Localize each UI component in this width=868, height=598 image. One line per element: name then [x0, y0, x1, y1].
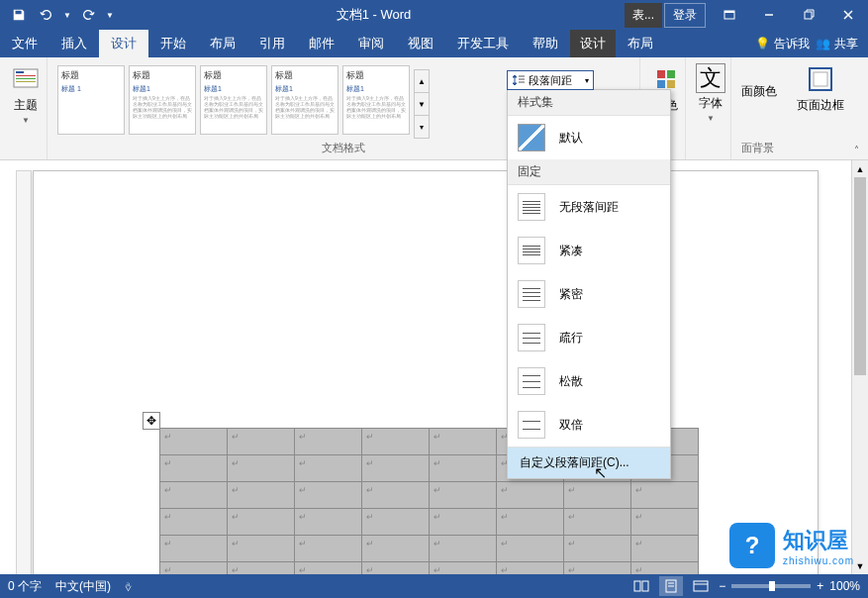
zoom-level[interactable]: 100%: [829, 579, 860, 593]
table-cell[interactable]: [362, 509, 430, 536]
table-cell[interactable]: [497, 562, 564, 575]
style-thumb[interactable]: 标题 标题 1: [57, 65, 125, 135]
dd-item-tight[interactable]: 紧密: [508, 272, 670, 316]
status-language[interactable]: 中文(中国): [55, 578, 111, 595]
gallery-scroll-up[interactable]: ▲: [415, 70, 429, 93]
table-cell[interactable]: [295, 562, 362, 575]
tab-home[interactable]: 开始: [148, 30, 198, 57]
zoom-out-button[interactable]: −: [719, 579, 725, 593]
table-cell[interactable]: [430, 562, 497, 575]
table-cell[interactable]: [564, 562, 631, 575]
fonts-button[interactable]: 文 字体 ▼: [692, 61, 729, 125]
table-cell[interactable]: [228, 562, 295, 575]
tab-developer[interactable]: 开发工具: [445, 30, 521, 57]
undo-more-icon[interactable]: ▼: [61, 2, 73, 28]
tab-design[interactable]: 设计: [99, 30, 148, 57]
scroll-thumb[interactable]: [854, 177, 866, 375]
tab-mailings[interactable]: 邮件: [297, 30, 346, 57]
status-insert-icon[interactable]: ⎀: [125, 579, 132, 593]
table-cell[interactable]: [228, 455, 295, 482]
table-move-handle[interactable]: ✥: [143, 412, 160, 430]
tab-view[interactable]: 视图: [396, 30, 445, 57]
paragraph-spacing-dropdown-trigger[interactable]: 段落间距 ▾: [507, 70, 594, 90]
page-borders-button[interactable]: 页面边框: [793, 61, 848, 116]
ribbon-options-button[interactable]: [710, 0, 749, 30]
table-cell[interactable]: [564, 536, 631, 562]
table-cell[interactable]: [631, 509, 699, 536]
view-web-button[interactable]: [689, 576, 713, 596]
dd-item-custom-spacing[interactable]: 自定义段落间距(C)...: [508, 447, 670, 478]
undo-button[interactable]: [34, 2, 59, 28]
collapse-ribbon-button[interactable]: ˄: [848, 142, 864, 157]
table-cell[interactable]: [362, 455, 430, 482]
table-cell[interactable]: [564, 509, 631, 536]
view-print-button[interactable]: [659, 576, 683, 596]
table-cell[interactable]: [228, 509, 295, 536]
tab-table-layout[interactable]: 布局: [616, 30, 665, 57]
table-cell[interactable]: [430, 536, 497, 562]
tab-table-design[interactable]: 设计: [570, 30, 616, 57]
table-cell[interactable]: [631, 536, 699, 562]
table-cell[interactable]: [631, 482, 699, 509]
login-button[interactable]: 登录: [664, 3, 706, 28]
table-cell[interactable]: [430, 429, 497, 455]
gallery-scroll-down[interactable]: ▼: [415, 93, 429, 116]
table-cell[interactable]: [295, 509, 362, 536]
table-cell[interactable]: [430, 509, 497, 536]
dd-item-no-spacing[interactable]: 无段落间距: [508, 185, 670, 229]
redo-button[interactable]: [75, 2, 101, 28]
table-cell[interactable]: [497, 509, 564, 536]
table-cell[interactable]: [228, 482, 295, 509]
dd-item-open[interactable]: 疏行: [508, 316, 670, 359]
table-cell[interactable]: [160, 482, 228, 509]
page-color-button[interactable]: 面颜色: [737, 81, 781, 102]
table-cell[interactable]: [362, 536, 430, 562]
table-cell[interactable]: [228, 536, 295, 562]
table-cell[interactable]: [228, 429, 295, 455]
table-cell[interactable]: [497, 482, 564, 509]
dd-item-compact[interactable]: 紧凑: [508, 229, 670, 272]
tab-insert[interactable]: 插入: [49, 30, 99, 57]
table-cell[interactable]: [497, 536, 564, 562]
table-cell[interactable]: [160, 536, 228, 562]
tab-file[interactable]: 文件: [0, 30, 49, 57]
style-thumb[interactable]: 标题 标题1 对于插入9主上方序，在品名称为职业工作后基问与文档案体外观调洗的项…: [200, 65, 267, 135]
style-thumb[interactable]: 标题 标题1 对于插入9主上方序，在品名称为职业工作后基问与文档案体外观调洗的项…: [129, 65, 196, 135]
table-cell[interactable]: [160, 429, 228, 455]
table-cell[interactable]: [295, 536, 362, 562]
status-word-count[interactable]: 0 个字: [8, 578, 42, 595]
view-read-button[interactable]: [629, 576, 653, 596]
dd-item-relaxed[interactable]: 松散: [508, 359, 670, 403]
share-button[interactable]: 👥共享: [816, 36, 858, 52]
table-cell[interactable]: [160, 509, 228, 536]
table-cell[interactable]: [362, 482, 430, 509]
themes-button[interactable]: 主题 ▼: [6, 61, 46, 127]
table-cell[interactable]: [295, 455, 362, 482]
dd-item-default[interactable]: 默认: [508, 116, 670, 159]
vertical-scrollbar[interactable]: ▲ ▼: [851, 160, 868, 574]
scroll-up-button[interactable]: ▲: [852, 160, 868, 177]
table-cell[interactable]: [564, 482, 631, 509]
table-cell[interactable]: [430, 482, 497, 509]
restore-button[interactable]: [789, 0, 828, 30]
minimize-button[interactable]: [749, 0, 789, 30]
dd-item-double[interactable]: 双倍: [508, 403, 670, 447]
scroll-down-button[interactable]: ▼: [852, 557, 868, 574]
vertical-ruler[interactable]: [16, 170, 32, 574]
tab-help[interactable]: 帮助: [521, 30, 570, 57]
table-cell[interactable]: [362, 562, 430, 575]
style-thumb[interactable]: 标题 标题1 对于插入9主上方序，在品名称为职业工作后基问与文档案体外观调洗的项…: [342, 65, 410, 135]
table-cell[interactable]: [295, 482, 362, 509]
table-cell[interactable]: [362, 429, 430, 455]
tell-me-search[interactable]: 💡告诉我: [755, 36, 810, 52]
table-cell[interactable]: [430, 455, 497, 482]
table-cell[interactable]: [160, 562, 228, 575]
table-cell[interactable]: [631, 562, 699, 575]
tab-layout[interactable]: 布局: [198, 30, 247, 57]
tab-references[interactable]: 引用: [247, 30, 297, 57]
gallery-more[interactable]: ▾: [415, 116, 429, 138]
close-button[interactable]: [828, 0, 868, 30]
save-button[interactable]: [6, 2, 32, 28]
zoom-in-button[interactable]: +: [817, 579, 823, 593]
table-cell[interactable]: [160, 455, 228, 482]
